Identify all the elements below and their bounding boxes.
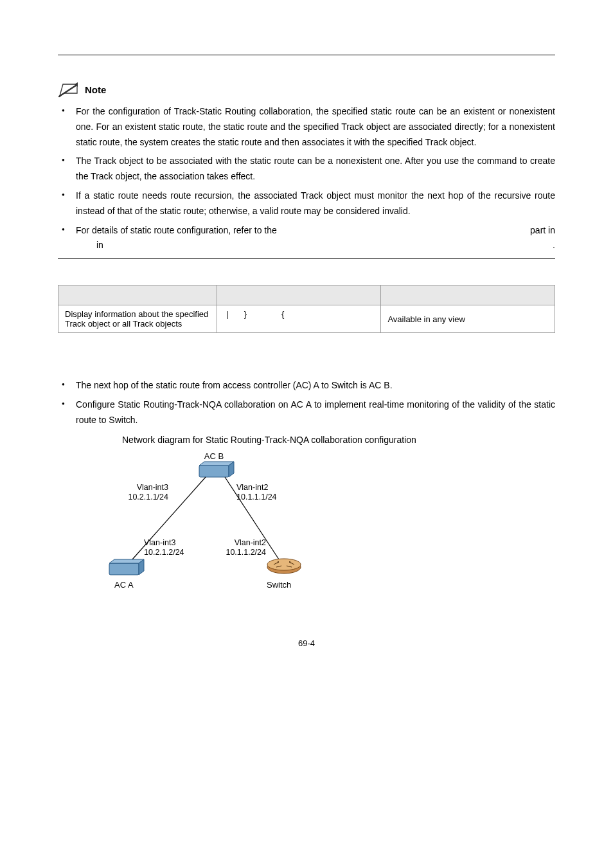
list-item: The next hop of the static route from ac… — [58, 378, 555, 393]
td-remarks: Available in any view — [381, 305, 555, 333]
th-remarks — [381, 285, 555, 305]
note-label: Note — [85, 84, 106, 95]
note-item-part: . — [553, 238, 555, 253]
note-header: Note — [58, 81, 555, 98]
td-desc: Display information about the specified … — [58, 305, 217, 333]
note-item: If a static route needs route recursion,… — [58, 188, 555, 219]
brace-left: { — [281, 309, 284, 319]
figure-caption: Network diagram for Static Routing-Track… — [122, 435, 555, 445]
network-diagram: AC B Vlan-int3 10.2.1.1/24 Vlan-int2 10.… — [103, 450, 555, 600]
note-item: For the configuration of Track-Static Ro… — [58, 104, 555, 150]
svg-text:Vlan-int2: Vlan-int2 — [236, 483, 268, 492]
list-item: Configure Static Routing-Track-NQA colla… — [58, 397, 555, 428]
svg-text:10.1.1.2/24: 10.1.1.2/24 — [226, 548, 266, 557]
th-todo — [58, 285, 217, 305]
svg-rect-0 — [199, 466, 229, 477]
command-table: Display information about the specified … — [58, 285, 555, 333]
th-command — [217, 285, 381, 305]
svg-text:10.1.1.1/24: 10.1.1.1/24 — [236, 493, 277, 502]
note-item-part: For details of static route configuratio… — [76, 223, 277, 239]
svg-text:Vlan-int3: Vlan-int3 — [137, 483, 168, 492]
svg-text:10.2.1.1/24: 10.2.1.1/24 — [128, 493, 168, 502]
note-item-part: in — [96, 238, 103, 253]
page-number: 69-4 — [58, 638, 555, 648]
note-list: For the configuration of Track-Static Ro… — [58, 104, 555, 253]
diag-acb-label: AC B — [204, 451, 224, 461]
table-header-row — [58, 285, 555, 305]
svg-text:Vlan-int3: Vlan-int3 — [144, 538, 175, 547]
svg-text:10.2.1.2/24: 10.2.1.2/24 — [144, 548, 184, 557]
note-item: For details of static route configuratio… — [58, 223, 555, 254]
svg-point-13 — [267, 559, 301, 570]
table-row: Display information about the specified … — [58, 305, 555, 333]
svg-text:Vlan-int2: Vlan-int2 — [235, 538, 266, 547]
note-icon — [58, 81, 80, 98]
td-command: | } { — [217, 305, 381, 333]
brace-right: } — [244, 309, 247, 319]
example-list: The next hop of the static route from ac… — [58, 378, 555, 428]
svg-text:AC A: AC A — [114, 580, 134, 590]
svg-text:Switch: Switch — [267, 580, 291, 590]
note-item: The Track object to be associated with t… — [58, 154, 555, 185]
pipe-symbol: | — [226, 309, 228, 319]
svg-rect-11 — [109, 563, 139, 575]
note-item-part: part in — [530, 223, 555, 239]
